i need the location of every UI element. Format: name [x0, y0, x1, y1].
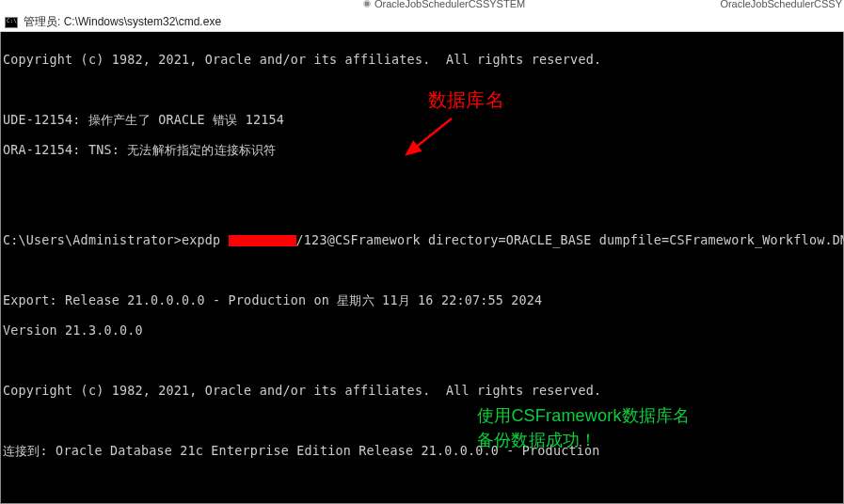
cmd-titlebar[interactable]: 管理员: C:\Windows\system32\cmd.exe: [0, 13, 844, 32]
console-line: [3, 203, 841, 218]
redacted-username-red: [229, 235, 296, 246]
console-line: [3, 474, 841, 489]
console-line: [3, 83, 841, 98]
gear-icon: [362, 0, 372, 8]
console-line: [3, 173, 841, 188]
service-text-1: OracleJobSchedulerCSSYSTEM: [374, 0, 525, 9]
console-line: Version 21.3.0.0.0: [3, 323, 841, 339]
console-line: [3, 354, 841, 369]
console-line: Export: Release 21.0.0.0.0 - Production …: [3, 293, 841, 308]
console-command-line: C:\Users\Administrator>expdp /123@CSFram…: [3, 233, 841, 248]
service-text-2: OracleJobSchedulerCSSY: [720, 0, 842, 9]
window-title: 管理员: C:\Windows\system32\cmd.exe: [24, 14, 221, 30]
background-window-strip: OracleJobSchedulerCSSYSTEM OracleJobSche…: [0, 0, 844, 13]
console-line: ORA-12154: TNS: 无法解析指定的连接标识符: [3, 143, 841, 158]
service-label-2: OracleJobSchedulerCSSY: [720, 0, 842, 9]
console-line: 连接到: Oracle Database 21c Enterprise Edit…: [3, 444, 841, 459]
console-line: Copyright (c) 1982, 2021, Oracle and/or …: [3, 384, 841, 399]
console-line: [3, 263, 841, 278]
console-output[interactable]: Copyright (c) 1982, 2021, Oracle and/or …: [0, 32, 844, 504]
service-label-1: OracleJobSchedulerCSSYSTEM: [362, 0, 525, 9]
console-line: [3, 414, 841, 429]
prompt-prefix: C:\Users\Administrator>expdp: [3, 233, 229, 247]
console-line: Copyright (c) 1982, 2021, Oracle and/or …: [3, 53, 841, 68]
prompt-suffix: /123@CSFramework directory=ORACLE_BASE d…: [296, 233, 844, 247]
cmd-icon: [5, 17, 18, 28]
console-line: UDE-12154: 操作产生了 ORACLE 错误 12154: [3, 113, 841, 128]
